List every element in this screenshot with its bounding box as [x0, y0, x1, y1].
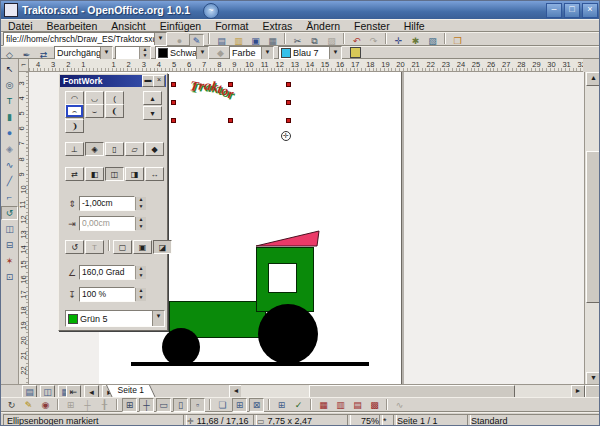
rotation-pivot-icon[interactable]: ✛	[281, 131, 291, 141]
quick-edit-icon[interactable]: ❏	[215, 398, 230, 412]
show-helplines-icon[interactable]: ┼	[80, 398, 95, 412]
show-grid-icon[interactable]: ⊞	[63, 398, 78, 412]
fontwork-arc-lower[interactable]: ◡	[85, 91, 104, 105]
helplines-front-icon[interactable]: ╂	[97, 398, 112, 412]
fontwork-dialog[interactable]: FontWork ▬ × ◠◡() ⌢⌣❨❩ ▴▾ ⊥◈▯▱◆ ⇄◧◫◨↔ ⇕ …	[58, 73, 168, 331]
shadow-size-field[interactable]: 100 %	[79, 287, 135, 302]
shadow-color-select[interactable]: Grün 5 ▼	[65, 310, 165, 327]
zoom-page-icon[interactable]: ◎	[1, 78, 18, 92]
snap-to-border-icon[interactable]: ▯	[173, 398, 188, 412]
chevron-down-icon[interactable]: ▼	[100, 47, 112, 59]
double-click-edit-icon[interactable]: ⊠	[249, 398, 264, 412]
curve-tool-icon[interactable]: ∿	[1, 158, 18, 172]
fontwork-semicircle-upper[interactable]: ⌢	[65, 104, 84, 118]
dialog-close-button[interactable]: ×	[153, 75, 165, 87]
minimize-button[interactable]: –	[546, 3, 562, 18]
fontwork-autosize[interactable]: ↔	[145, 167, 164, 181]
fontwork-slant-vertical[interactable]: ◆	[145, 142, 164, 156]
close-button[interactable]: ×	[582, 3, 598, 18]
spin-down-icon[interactable]: ▼	[136, 204, 146, 211]
maximize-button[interactable]: □	[564, 3, 580, 18]
threed-objects-icon[interactable]: ◈	[1, 142, 18, 156]
distance-field[interactable]: -1,00cm	[79, 196, 135, 211]
fontwork-slant-horizontal[interactable]: ▱	[125, 142, 144, 156]
selection-handle[interactable]	[286, 100, 291, 105]
fontwork-rotate[interactable]: ◈	[85, 142, 104, 156]
fontwork-scroll-up[interactable]: ▴	[143, 91, 162, 105]
fontwork-align-center[interactable]: ◫	[105, 167, 124, 181]
snap-points-red-icon[interactable]: ▥	[333, 398, 348, 412]
shadow-toggle-icon[interactable]	[350, 47, 361, 58]
spin-down-icon[interactable]: ▼	[136, 295, 146, 302]
fontwork-arch-right[interactable]: ❩	[65, 119, 84, 133]
distance-spin-buttons[interactable]: ▲▼	[135, 197, 146, 210]
spin-down-icon[interactable]: ▼	[136, 224, 146, 231]
chevron-down-icon[interactable]: ▼	[152, 311, 164, 326]
chevron-down-icon[interactable]: ▼	[196, 47, 208, 59]
select-icon[interactable]: ↖	[1, 62, 18, 76]
line-width-spin-buttons[interactable]: ▲▼	[139, 47, 150, 59]
indent-spin-buttons[interactable]: ▲▼	[135, 217, 146, 230]
edit-points-mode-icon[interactable]: ✎	[21, 398, 36, 412]
menu-datei[interactable]: Datei	[1, 20, 40, 32]
fontwork-scroll-down[interactable]: ▾	[143, 106, 162, 120]
tractor-ground-line[interactable]	[131, 362, 369, 366]
vertical-ruler[interactable]: 345678910111213141516171819202122	[19, 72, 29, 384]
selection-handle[interactable]	[171, 82, 176, 87]
shadow-angle-field[interactable]: 160,0 Grad	[79, 265, 135, 280]
shadow-angle-spin-buttons[interactable]: ▲▼	[135, 266, 146, 279]
selection-handle[interactable]	[171, 118, 176, 123]
fontwork-circle-left[interactable]: (	[105, 91, 124, 105]
line-width-stepper[interactable]: ▲▼	[115, 46, 151, 60]
page-status[interactable]: Seite 1 / 1	[393, 414, 471, 426]
tractor-front-wheel[interactable]	[162, 328, 200, 366]
fontwork-off[interactable]: ⊥	[65, 142, 84, 156]
wave-icon[interactable]: ∿	[392, 398, 407, 412]
url-dropdown-arrow-icon[interactable]: ▼	[154, 33, 166, 45]
menu-ansicht[interactable]: Ansicht	[104, 20, 152, 32]
fontwork-arch-left[interactable]: ❨	[105, 104, 124, 118]
fontwork-semicircle-lower[interactable]: ⌣	[85, 104, 104, 118]
insert-icon[interactable]: ✶	[1, 254, 18, 268]
interaction-icon[interactable]: ⊡	[1, 270, 18, 284]
fontwork-upright[interactable]: ▯	[105, 142, 124, 156]
tractor-window-rect[interactable]	[268, 263, 297, 293]
style-status[interactable]: Standard	[467, 414, 600, 426]
fontwork-contour[interactable]: ↺	[65, 240, 84, 254]
fontwork-vertical-shadow[interactable]: ▣	[133, 240, 152, 254]
fontwork-text-contour[interactable]: T	[85, 240, 104, 254]
spin-down-icon[interactable]: ▼	[136, 273, 146, 280]
fontwork-align-right[interactable]: ◨	[125, 167, 144, 181]
selection-handle[interactable]	[171, 100, 176, 105]
scroll-up-icon[interactable]: ▲	[586, 72, 600, 86]
rotation-mode-icon[interactable]: ↻	[4, 398, 19, 412]
fill-color-select[interactable]: Blau 7 ▼	[278, 46, 342, 60]
menu-bearbeiten[interactable]: Bearbeiten	[40, 20, 105, 32]
tractor-rear-wheel[interactable]	[258, 304, 318, 364]
alignment-icon[interactable]: ◫	[1, 222, 18, 236]
line-color-select[interactable]: Schwarz ▼	[155, 46, 209, 60]
selection-handle[interactable]	[286, 82, 291, 87]
rectangle-tool-icon[interactable]: ▮	[1, 110, 18, 124]
snap-to-helplines-icon[interactable]: ┼	[139, 398, 154, 412]
fontwork-arc-upper[interactable]: ◠	[65, 91, 84, 105]
text-tool-icon[interactable]: T	[1, 94, 18, 108]
select-text-area-icon[interactable]: ⊞	[232, 398, 247, 412]
cursor-position-status[interactable]: ✛11,68 / 17,16	[183, 414, 257, 426]
glue-points-icon[interactable]: ◉	[38, 398, 53, 412]
snap-area-red-icon[interactable]: ▤	[350, 398, 365, 412]
snap-to-grid-icon[interactable]: ⊞	[122, 398, 137, 412]
snap-frame-red-icon[interactable]: ▦	[316, 398, 331, 412]
snap-to-points-icon[interactable]: ▫	[190, 398, 205, 412]
ellipse-tool-icon[interactable]: ●	[1, 126, 18, 140]
fontwork-no-shadow[interactable]: ▢	[113, 240, 132, 254]
vertical-scrollbar[interactable]: ▲ ▼	[584, 72, 600, 384]
chevron-down-icon[interactable]: ▼	[329, 47, 341, 59]
tractor-roof-polygon[interactable]	[254, 229, 322, 249]
shadow-size-spin-buttons[interactable]: ▲▼	[135, 288, 146, 301]
snap-to-margins-icon[interactable]: ▭	[156, 398, 171, 412]
selection-handle[interactable]	[228, 82, 233, 87]
zoom-status[interactable]: 75%	[347, 414, 383, 426]
modify-with-attributes-icon[interactable]: ⊞	[274, 398, 289, 412]
snap-full-red-icon[interactable]: ▩	[367, 398, 382, 412]
